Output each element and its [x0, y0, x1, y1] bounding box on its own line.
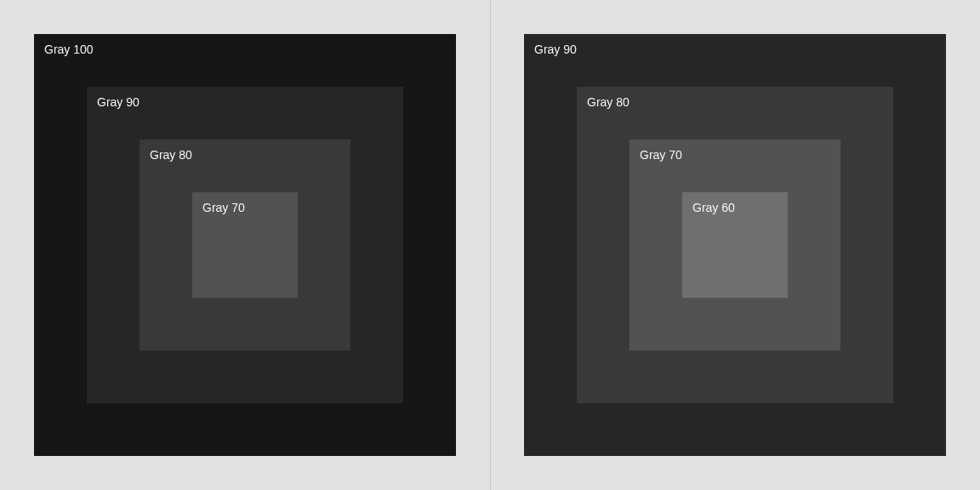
swatch-gray-60: Gray 60: [682, 192, 788, 298]
swatch-gray-100: Gray 100 Gray 90 Gray 80 Gray 70: [34, 34, 456, 456]
swatch-gray-80: Gray 80 Gray 70 Gray 60: [577, 87, 893, 403]
swatch-gray-90: Gray 90 Gray 80 Gray 70 Gray 60: [524, 34, 946, 456]
swatch-label: Gray 90: [97, 95, 140, 109]
swatch-label: Gray 80: [150, 148, 192, 162]
swatch-label: Gray 70: [640, 148, 682, 162]
swatch-label: Gray 90: [534, 43, 577, 56]
swatch-label: Gray 100: [44, 43, 94, 56]
panel-divider: [490, 0, 491, 490]
swatch-gray-70: Gray 70 Gray 60: [630, 140, 840, 350]
swatch-label: Gray 60: [692, 201, 735, 214]
swatch-gray-80: Gray 80 Gray 70: [140, 140, 350, 350]
right-panel: Gray 90 Gray 80 Gray 70 Gray 60: [490, 0, 980, 490]
swatch-label: Gray 70: [202, 201, 245, 214]
swatch-label: Gray 80: [587, 95, 630, 109]
left-panel: Gray 100 Gray 90 Gray 80 Gray 70: [0, 0, 490, 490]
swatch-gray-70: Gray 70: [192, 192, 298, 298]
swatch-gray-90: Gray 90 Gray 80 Gray 70: [87, 87, 403, 403]
